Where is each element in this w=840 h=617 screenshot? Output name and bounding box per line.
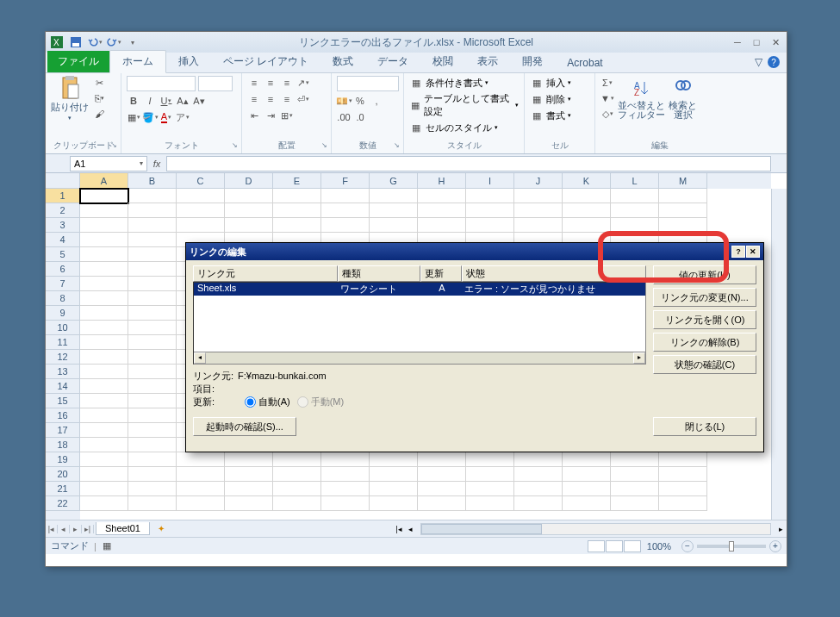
italic-button[interactable]: I	[143, 94, 157, 108]
paste-button[interactable]: 貼り付け ▾	[51, 76, 89, 122]
fill-color-icon[interactable]: 🪣	[143, 110, 157, 124]
vertical-scrollbar[interactable]	[771, 189, 787, 520]
column-header[interactable]: D	[225, 173, 273, 189]
cell[interactable]	[80, 423, 128, 438]
cell[interactable]	[418, 203, 466, 218]
sheet-last-icon[interactable]: ▸|	[82, 525, 94, 533]
alignment-launcher[interactable]: ↘	[319, 141, 329, 152]
cell[interactable]	[514, 218, 563, 233]
tab-review[interactable]: 校閲	[420, 51, 465, 72]
row-header[interactable]: 7	[46, 277, 80, 291]
maximize-button[interactable]: □	[749, 37, 764, 48]
cell[interactable]	[128, 423, 177, 438]
cell[interactable]	[80, 408, 128, 423]
row-header[interactable]: 18	[46, 438, 80, 452]
cell-styles-button[interactable]: ▦セルのスタイル▾	[409, 121, 519, 134]
cell[interactable]	[80, 365, 128, 379]
comma-icon[interactable]: ,	[370, 94, 383, 108]
cell[interactable]	[659, 482, 707, 496]
listbox-scroll-left-icon[interactable]: ◂	[194, 352, 206, 364]
column-header[interactable]: G	[370, 173, 418, 189]
decrease-indent-icon[interactable]: ⇤	[247, 109, 261, 122]
row-header[interactable]: 2	[46, 203, 80, 218]
row-header[interactable]: 3	[46, 218, 80, 233]
cell[interactable]	[80, 467, 128, 482]
merge-icon[interactable]: ⊞	[280, 109, 294, 122]
cut-icon[interactable]: ✂	[92, 76, 106, 90]
cell[interactable]	[321, 452, 370, 467]
select-all-button[interactable]	[46, 173, 80, 189]
cell[interactable]	[563, 482, 611, 496]
clear-icon[interactable]: ◇	[600, 107, 614, 121]
row-header[interactable]: 9	[46, 306, 80, 321]
align-top-icon[interactable]: ≡	[247, 76, 261, 90]
cell[interactable]	[273, 452, 321, 467]
cell[interactable]	[370, 189, 418, 203]
cell[interactable]	[128, 452, 177, 467]
page-break-view-icon[interactable]	[624, 540, 641, 552]
row-header[interactable]: 12	[46, 350, 80, 365]
cell[interactable]	[659, 496, 707, 511]
row-header[interactable]: 16	[46, 408, 80, 423]
underline-button[interactable]: U	[159, 94, 173, 108]
align-left-icon[interactable]: ≡	[247, 92, 261, 106]
cell[interactable]	[563, 452, 611, 467]
manual-radio[interactable]	[297, 396, 308, 408]
links-listbox[interactable]: Sheet.xls ワークシート A エラー : ソースが見つかりませ ◂ ▸	[193, 282, 646, 365]
autosum-icon[interactable]: Σ	[600, 76, 614, 90]
cell[interactable]	[466, 496, 514, 511]
col-type[interactable]: 種類	[338, 265, 420, 282]
open-source-button[interactable]: リンク元を開く(O)	[653, 310, 756, 329]
row-header[interactable]: 22	[46, 496, 80, 511]
cell[interactable]	[128, 496, 177, 511]
cell[interactable]	[611, 203, 659, 218]
insert-cells-button[interactable]: ▦挿入▾	[530, 76, 589, 90]
cell[interactable]	[80, 496, 128, 511]
cell[interactable]	[514, 467, 563, 482]
sort-filter-button[interactable]: AZ 並べ替えと フィルター	[618, 76, 665, 121]
change-source-button[interactable]: リンク元の変更(N)...	[653, 288, 756, 307]
cell[interactable]	[177, 189, 225, 203]
conditional-format-button[interactable]: ▦条件付き書式▾	[409, 76, 519, 90]
cell[interactable]	[80, 379, 128, 394]
name-box-dropdown-icon[interactable]: ▾	[140, 159, 143, 167]
cell[interactable]	[128, 350, 177, 365]
cell[interactable]	[225, 467, 273, 482]
number-launcher[interactable]: ↘	[391, 141, 401, 152]
cell[interactable]	[128, 321, 177, 335]
wrap-text-icon[interactable]: ⏎	[296, 92, 310, 106]
link-row[interactable]: Sheet.xls ワークシート A エラー : ソースが見つかりませ	[194, 283, 645, 296]
cell[interactable]	[128, 379, 177, 394]
cell[interactable]	[80, 394, 128, 408]
row-header[interactable]: 20	[46, 467, 80, 482]
break-link-button[interactable]: リンクの解除(B)	[653, 333, 756, 352]
redo-icon[interactable]	[106, 34, 121, 50]
cell[interactable]	[80, 203, 128, 218]
cell[interactable]	[80, 321, 128, 335]
name-box[interactable]: A1 ▾	[70, 156, 147, 171]
sheet-prev-icon[interactable]: ◂	[58, 525, 70, 533]
cell[interactable]	[128, 291, 177, 306]
cell[interactable]	[128, 438, 177, 452]
cell[interactable]	[563, 203, 611, 218]
row-header[interactable]: 4	[46, 233, 80, 247]
undo-icon[interactable]	[87, 34, 103, 50]
cell[interactable]	[611, 496, 659, 511]
row-header[interactable]: 14	[46, 379, 80, 394]
cell[interactable]	[273, 203, 321, 218]
cell[interactable]	[611, 467, 659, 482]
zoom-track[interactable]	[697, 545, 766, 548]
border-icon[interactable]: ▦	[127, 110, 140, 124]
cell[interactable]	[80, 218, 128, 233]
cell[interactable]	[321, 467, 370, 482]
cell[interactable]	[273, 467, 321, 482]
row-header[interactable]: 5	[46, 247, 80, 262]
increase-decimal-icon[interactable]: .00	[337, 110, 351, 124]
column-header[interactable]: M	[659, 173, 707, 189]
row-header[interactable]: 13	[46, 365, 80, 379]
cell[interactable]	[177, 482, 225, 496]
increase-font-icon[interactable]: A▴	[176, 94, 190, 108]
zoom-thumb[interactable]	[729, 541, 734, 552]
cell[interactable]	[80, 350, 128, 365]
minimize-button[interactable]: ─	[730, 37, 745, 48]
